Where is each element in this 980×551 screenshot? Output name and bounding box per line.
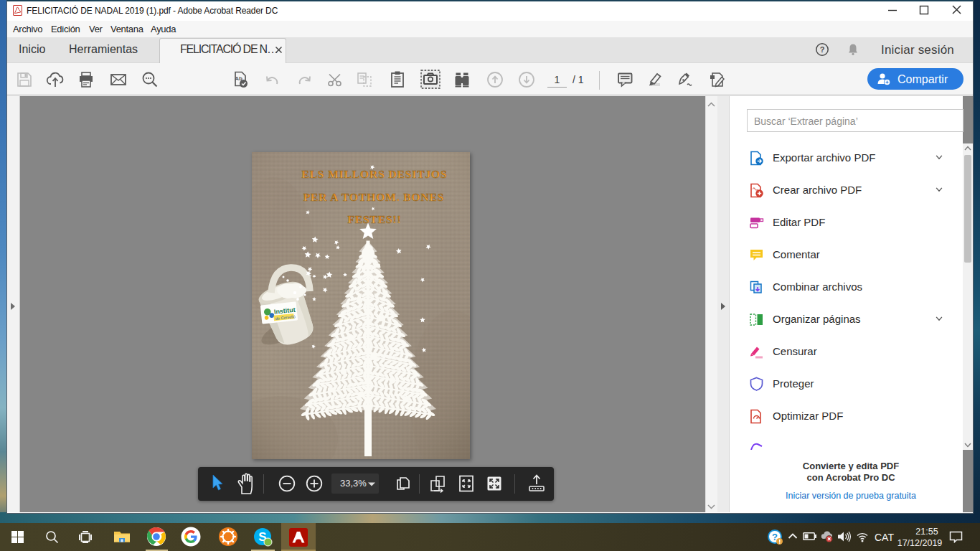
svg-text:ELS MILLORS DESITJOS: ELS MILLORS DESITJOS (301, 168, 447, 180)
svg-text:FESTES!!: FESTES!! (347, 213, 401, 225)
svg-text:?: ? (820, 45, 825, 54)
svg-text:PER A TOTHOM. BONES: PER A TOTHOM. BONES (303, 191, 445, 203)
